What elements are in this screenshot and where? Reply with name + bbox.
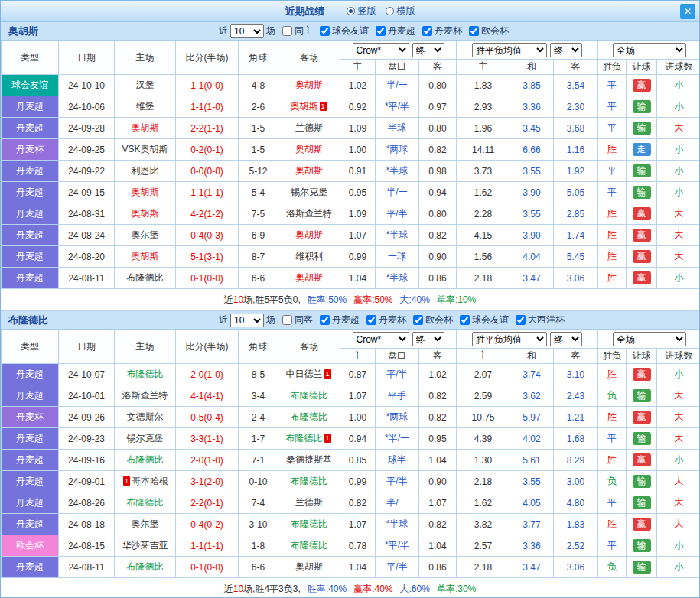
- team-label: 兰德斯: [295, 122, 323, 133]
- handicap-cell: 平/半: [376, 471, 419, 492]
- date-cell: 24-08-26: [59, 492, 115, 514]
- results-table: 类型日期主场比分(半场)角球客场Crow*终胜平负均值终全场主盘口客主和客胜负让…: [1, 41, 700, 289]
- odds-source-select[interactable]: Crow*: [353, 332, 409, 346]
- col-header-2: 主场: [115, 41, 176, 75]
- sub-col-header-6: 胜负: [598, 60, 627, 75]
- avg-away-cell: 2.30: [554, 96, 598, 118]
- handicap-cell: *半球: [376, 161, 419, 182]
- score-cell: 3-3(1-1): [176, 428, 239, 450]
- team-name: 布隆德比: [1, 314, 219, 327]
- recent-results-popup: 近期战绩 竖版 横版 ✕ 奥胡斯 近10场同主球会友谊丹麦超丹麦杯欧会杯 类型日…: [0, 0, 700, 598]
- handicap-result-badge: 输: [633, 100, 651, 113]
- popup-title: 近期战绩: [285, 5, 325, 18]
- match-row: 丹麦超24-09-16布隆德比2-0(1-0)7-1桑德捷斯基0.85球半1.0…: [2, 450, 700, 471]
- summary-big-rate: 大:60%: [400, 583, 430, 596]
- goals-cell: 小: [657, 450, 700, 471]
- games-count-select[interactable]: 10: [230, 314, 264, 327]
- col-header-0: 类型: [2, 41, 59, 75]
- corners-cell: 1-7: [239, 428, 278, 450]
- league-filter-checkbox-0[interactable]: [320, 315, 330, 325]
- team-label: 布隆德比: [286, 433, 323, 444]
- home-team-cell: 布隆德比: [115, 492, 176, 514]
- handicap-result-cell: 输: [627, 471, 657, 492]
- date-cell: 24-08-24: [59, 225, 115, 246]
- type-cell: 丹麦超: [2, 182, 59, 203]
- match-row: 丹麦超24-09-23锡尔克堡3-3(1-1)1-7布隆德比10.94*半/一0…: [2, 428, 700, 450]
- avg-time-select[interactable]: 终: [550, 332, 582, 346]
- avg-source-select[interactable]: 胜平负均值: [472, 332, 547, 346]
- team-label: 维堡: [136, 101, 155, 112]
- league-filter-checkbox-3[interactable]: [469, 26, 479, 36]
- handicap-cell: 平/半: [376, 203, 419, 225]
- goals-cell: 小: [657, 557, 700, 578]
- results-table: 类型日期主场比分(半场)角球客场Crow*终胜平负均值终全场主盘口客主和客胜负让…: [1, 330, 700, 578]
- league-filter-checkbox-3[interactable]: [460, 315, 470, 325]
- goals-cell: 大: [657, 407, 700, 428]
- result-cell: 胜: [598, 225, 627, 246]
- league-filter-checkbox-1[interactable]: [366, 315, 376, 325]
- odds-source-select[interactable]: Crow*: [353, 43, 409, 57]
- league-filter-checkbox-4[interactable]: [516, 315, 526, 325]
- league-filter-checkbox-1[interactable]: [376, 26, 386, 36]
- score-cell: 2-2(1-1): [176, 118, 239, 139]
- goals-cell: 大: [657, 246, 700, 268]
- avg-source-select[interactable]: 胜平负均值: [472, 43, 547, 57]
- sub-col-header-0: 主: [340, 349, 376, 364]
- handicap-cell: 半/一: [376, 182, 419, 203]
- venue-filter-checkbox[interactable]: [282, 26, 292, 36]
- venue-filter-label: 同主: [295, 24, 313, 37]
- team-label: 奥胡斯: [295, 80, 323, 90]
- games-count-select[interactable]: 10: [230, 24, 264, 38]
- team-label: 布隆德比: [291, 518, 327, 529]
- league-filter-label-2: 欧会杯: [425, 314, 453, 327]
- league-filter-label-1: 丹麦超: [388, 24, 415, 37]
- team-label: 奥胡斯: [295, 165, 323, 176]
- match-row: 球会友谊24-10-10汉堡1-1(0-0)4-8奥胡斯1.02半/一0.801…: [2, 75, 700, 96]
- goals-cell: 小: [657, 96, 700, 118]
- handicap-result-badge: 输: [633, 539, 651, 552]
- handicap-cell: 球半: [376, 450, 419, 471]
- handicap-cell: 一球: [376, 246, 419, 268]
- scope-select[interactable]: 全场: [613, 332, 686, 346]
- odds-time-select[interactable]: 终: [412, 43, 444, 57]
- corners-cell: 1-5: [239, 139, 278, 161]
- venue-filter-checkbox[interactable]: [282, 315, 292, 325]
- home-team-cell: 奥胡斯: [115, 246, 176, 268]
- league-filter-checkbox-2[interactable]: [422, 26, 432, 36]
- away-team-cell: 布隆德比: [278, 385, 340, 407]
- handicap-result-badge: 输: [633, 186, 651, 199]
- home-team-cell: 奥尔堡: [115, 225, 176, 246]
- handicap-result-cell: 输: [627, 161, 657, 182]
- red-card-icon: 1: [324, 369, 331, 379]
- col-header-5: 客场: [278, 330, 340, 364]
- radio-vertical[interactable]: 竖版: [347, 5, 376, 18]
- odds-time-select[interactable]: 终: [412, 332, 444, 346]
- team-label: 布隆德比: [291, 390, 327, 401]
- avg-draw-cell: 4.02: [510, 428, 554, 450]
- away-odds-cell: 0.82: [419, 514, 457, 535]
- summary-record: 场,胜4平3负3,: [243, 583, 301, 596]
- away-odds-cell: 1.02: [419, 364, 457, 385]
- close-button[interactable]: ✕: [680, 4, 695, 19]
- summary-prefix: 近: [224, 583, 233, 596]
- scope-select[interactable]: 全场: [613, 43, 686, 57]
- col-header-0: 类型: [2, 330, 59, 364]
- score-cell: 0-4(0-2): [176, 514, 239, 535]
- handicap-cell: 平/半: [376, 364, 419, 385]
- away-odds-cell: 0.86: [419, 557, 457, 578]
- radio-horizontal[interactable]: 横版: [386, 5, 415, 18]
- handicap-result-badge: 赢: [633, 453, 651, 466]
- away-odds-cell: 0.95: [419, 428, 457, 450]
- league-filter-checkbox-2[interactable]: [413, 315, 423, 325]
- date-cell: 24-09-25: [59, 139, 115, 161]
- away-odds-cell: 0.82: [419, 407, 457, 428]
- away-team-cell: 奥胡斯: [278, 75, 340, 96]
- sub-col-header-3: 主: [457, 60, 510, 75]
- avg-away-cell: 3.10: [554, 364, 598, 385]
- away-odds-cell: 0.98: [419, 161, 457, 182]
- avg-home-cell: 1.30: [457, 450, 510, 471]
- score-cell: 0-5(0-4): [176, 407, 239, 428]
- league-filter-checkbox-0[interactable]: [320, 26, 330, 36]
- avg-time-select[interactable]: 终: [550, 43, 582, 57]
- match-row: 丹麦超24-10-01洛斯查兰特4-1(4-1)3-4布隆德比1.07平手0.8…: [2, 385, 700, 407]
